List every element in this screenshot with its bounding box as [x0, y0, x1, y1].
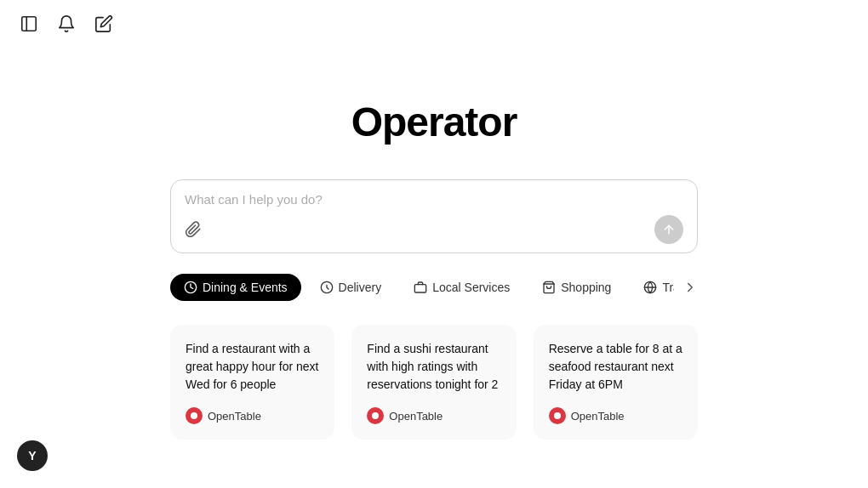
- tab-travel-label: Travel: [662, 281, 674, 294]
- tab-shopping-label: Shopping: [561, 281, 611, 294]
- opentable-logo-3: [549, 407, 566, 424]
- card-3-service: OpenTable: [571, 410, 625, 423]
- card-2-footer: OpenTable: [367, 407, 500, 424]
- opentable-logo-inner-1: [191, 412, 197, 419]
- tab-dining-events[interactable]: Dining & Events: [170, 274, 301, 301]
- user-avatar[interactable]: Y: [17, 440, 48, 471]
- tab-delivery[interactable]: Delivery: [306, 274, 396, 301]
- card-3-footer: OpenTable: [549, 407, 682, 424]
- opentable-logo-inner-3: [554, 412, 561, 419]
- search-container: [170, 179, 698, 253]
- card-2[interactable]: Find a sushi restaurant with high rating…: [351, 325, 516, 440]
- tabs-scroll: Dining & Events Delivery: [170, 274, 674, 301]
- card-1[interactable]: Find a restaurant with a great happy hou…: [170, 325, 334, 440]
- sidebar-icon[interactable]: [17, 12, 41, 36]
- svg-rect-4: [415, 285, 426, 292]
- opentable-logo-1: [186, 407, 203, 424]
- cards-container: Find a restaurant with a great happy hou…: [170, 325, 698, 440]
- bell-icon[interactable]: [54, 12, 78, 36]
- card-3-text: Reserve a table for 8 at a seafood resta…: [549, 340, 682, 394]
- tabs-container: Dining & Events Delivery: [170, 274, 698, 301]
- opentable-logo-inner-2: [372, 412, 379, 419]
- svg-rect-0: [22, 17, 37, 31]
- card-3[interactable]: Reserve a table for 8 at a seafood resta…: [534, 325, 698, 440]
- opentable-logo-2: [367, 407, 384, 424]
- delivery-icon: [320, 281, 334, 294]
- attach-icon[interactable]: [185, 221, 202, 238]
- tab-local-services-label: Local Services: [432, 281, 510, 294]
- local-services-icon: [414, 281, 427, 294]
- tab-local-services[interactable]: Local Services: [400, 274, 523, 301]
- dining-icon: [184, 281, 197, 294]
- shopping-icon: [542, 281, 556, 294]
- card-1-service: OpenTable: [208, 410, 261, 423]
- edit-icon[interactable]: [92, 12, 116, 36]
- tab-travel[interactable]: Travel: [630, 274, 674, 301]
- travel-icon: [643, 281, 657, 294]
- tab-delivery-label: Delivery: [339, 281, 382, 294]
- send-button[interactable]: [654, 215, 683, 244]
- search-bottom-row: [185, 215, 683, 244]
- tab-shopping[interactable]: Shopping: [528, 274, 625, 301]
- card-1-footer: OpenTable: [186, 407, 319, 424]
- tabs-more-button[interactable]: [682, 280, 698, 295]
- card-2-service: OpenTable: [389, 410, 443, 423]
- card-2-text: Find a sushi restaurant with high rating…: [367, 340, 500, 394]
- main-content: Operator: [0, 48, 868, 440]
- tab-dining-events-label: Dining & Events: [203, 281, 288, 294]
- card-1-text: Find a restaurant with a great happy hou…: [186, 340, 319, 394]
- page-title: Operator: [351, 99, 517, 145]
- search-input[interactable]: [185, 192, 683, 207]
- top-bar: [0, 0, 868, 48]
